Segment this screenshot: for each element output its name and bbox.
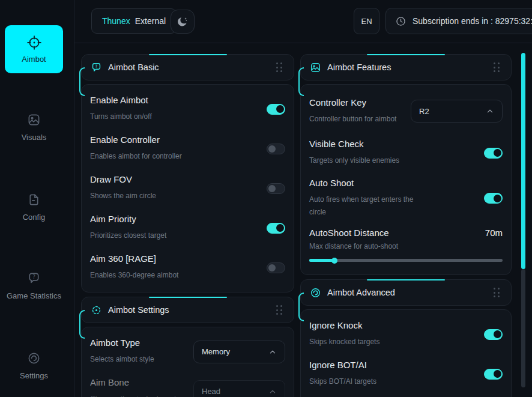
- file-icon: [27, 193, 41, 207]
- settings-column-left: ? Aimbot Basic Enable Aimbot Turns aimbo…: [81, 54, 294, 397]
- toggle-aim-360-rage[interactable]: [267, 262, 285, 273]
- setting-title: Auto Shoot: [309, 178, 429, 188]
- toggle-knob: [268, 145, 276, 153]
- select-aimbot-type[interactable]: Memory: [193, 341, 285, 363]
- setting-desc: Enables aimbot for controller: [90, 150, 182, 163]
- toggle-ignore-bot-ai[interactable]: [484, 369, 503, 380]
- setting-desc: Skips BOT/AI targets: [309, 375, 376, 388]
- setting-desc: Prioritizes closest target: [90, 229, 166, 242]
- brand-pill: Thunex External: [91, 8, 177, 34]
- setting-title: Enable Aimbot: [90, 95, 152, 105]
- section-accent-bracket: [298, 67, 304, 96]
- autoshoot-distance-slider[interactable]: [309, 259, 503, 262]
- sidebar-item-game-statistics[interactable]: ? Game Statistics: [0, 271, 68, 300]
- setting-title: Draw FOV: [90, 174, 156, 184]
- svg-text:?: ?: [95, 63, 98, 68]
- select-aim-bone[interactable]: Head: [193, 380, 285, 397]
- setting-title: Visible Check: [309, 139, 399, 149]
- target-icon: [91, 305, 102, 316]
- slider-knob[interactable]: [331, 258, 337, 264]
- svg-text:?: ?: [32, 274, 35, 280]
- setting-row: Enable Controller Enables aimbot for con…: [90, 133, 285, 165]
- setting-row: Visible Check Targets only visible enemi…: [309, 137, 503, 169]
- setting-title: Aim 360 [RAGE]: [90, 253, 178, 264]
- setting-row: Aim 360 [RAGE] Enables 360-degree aimbot: [90, 252, 285, 283]
- section-title: Aimbot Advanced: [327, 288, 395, 297]
- setting-row: Enable Aimbot Turns aimbot on/off: [90, 93, 285, 125]
- chevron-up-icon: [486, 107, 494, 115]
- sidebar-item-label: Config: [23, 213, 46, 222]
- sidebar-item-visuals[interactable]: Visuals: [0, 113, 68, 142]
- spiral-icon: [27, 351, 41, 365]
- chevron-up-icon: [268, 348, 277, 356]
- section-accent-bracket: [79, 310, 85, 339]
- section-header: Aimbot Features: [300, 54, 512, 80]
- crosshair-icon: [26, 35, 42, 50]
- toggle-knob: [494, 330, 501, 338]
- setting-title: Ignore Knock: [309, 320, 379, 330]
- toggle-enable-controller[interactable]: [267, 144, 285, 154]
- drag-handle[interactable]: [274, 60, 285, 74]
- setting-title: Controller Key: [309, 97, 396, 108]
- scrollbar-thumb[interactable]: [521, 53, 525, 269]
- toggle-auto-shoot[interactable]: [484, 193, 503, 204]
- setting-desc: Auto fires when target enters the circle: [309, 193, 429, 219]
- toggle-knob: [268, 185, 276, 192]
- setting-desc: Max distance for auto-shoot: [309, 240, 503, 253]
- section-body: Enable Aimbot Turns aimbot on/off Enable…: [81, 84, 294, 292]
- setting-desc: Targets only visible enemies: [309, 154, 399, 167]
- section-accent-line: [149, 297, 227, 298]
- setting-desc: Shows the aim circle: [90, 190, 156, 202]
- toggle-visible-check[interactable]: [484, 148, 503, 159]
- setting-title: Ignore BOT/AI: [309, 360, 376, 370]
- drag-handle[interactable]: [491, 60, 502, 74]
- sidebar: Aimbot Visuals Config ? Game Statistics: [0, 0, 74, 397]
- scrollbar-track[interactable]: [521, 269, 525, 387]
- settings-column-right: Aimbot Features Controller Key Controlle…: [300, 54, 512, 397]
- setting-row: Controller Key Controller button for aim…: [309, 93, 503, 129]
- toggle-enable-aimbot[interactable]: [267, 104, 285, 115]
- setting-row: Auto Shoot Auto fires when target enters…: [309, 177, 503, 220]
- section-body: Controller Key Controller button for aim…: [300, 84, 512, 275]
- theme-toggle-button[interactable]: [171, 10, 195, 34]
- setting-desc: Skips knocked targets: [309, 336, 379, 348]
- toggle-knob: [494, 195, 501, 202]
- spiral-icon: [310, 287, 321, 299]
- topbar-divider: [74, 43, 532, 43]
- setting-row: Ignore BOT/AI Skips BOT/AI targets: [309, 358, 503, 390]
- section-title: Aimbot Features: [327, 62, 391, 72]
- slider-value: 70m: [485, 228, 503, 238]
- drag-handle[interactable]: [491, 285, 502, 300]
- setting-title: AutoShoot Distance: [309, 228, 389, 238]
- language-button[interactable]: EN: [354, 8, 379, 34]
- drag-handle[interactable]: [274, 303, 285, 317]
- section-accent-line: [367, 279, 445, 280]
- section-accent-bracket: [298, 292, 304, 321]
- sidebar-item-settings[interactable]: Settings: [0, 351, 68, 380]
- toggle-ignore-knock[interactable]: [484, 329, 503, 340]
- sidebar-item-aimbot[interactable]: Aimbot: [5, 25, 63, 73]
- image-icon: [27, 113, 41, 127]
- sidebar-item-config[interactable]: Config: [0, 193, 68, 222]
- toggle-draw-fov[interactable]: [267, 183, 285, 194]
- select-value: R2: [419, 107, 429, 116]
- setting-title: Aim Priority: [90, 214, 166, 224]
- setting-row: Aim Priority Prioritizes closest target: [90, 212, 285, 244]
- section-accent-line: [149, 54, 227, 55]
- toggle-aim-priority[interactable]: [267, 223, 285, 234]
- setting-row: Aim Bone Chooses the aim body part Head: [90, 375, 285, 397]
- sidebar-item-label: Visuals: [22, 133, 47, 142]
- toggle-knob: [494, 149, 501, 157]
- setting-title: Aim Bone: [90, 377, 176, 387]
- sidebar-item-label: Aimbot: [22, 55, 46, 64]
- setting-row: Aimbot Type Selects aimbot style Memory: [90, 336, 285, 368]
- language-label: EN: [361, 17, 372, 26]
- chat-question-icon: ?: [91, 62, 102, 73]
- chevron-up-icon: [268, 387, 277, 396]
- setting-desc: Controller button for aimbot: [309, 113, 396, 126]
- subscription-status: Subscription ends in : 82975:32:53: [385, 8, 532, 34]
- select-controller-key[interactable]: R2: [411, 100, 503, 123]
- brand-suffix: External: [135, 16, 166, 26]
- clock-icon: [395, 16, 407, 27]
- setting-title: Aimbot Type: [90, 338, 154, 348]
